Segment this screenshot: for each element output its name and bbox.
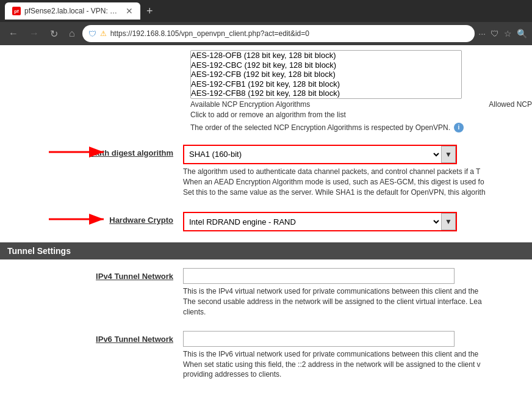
ipv4-tunnel-input[interactable] <box>183 268 455 284</box>
search-icon[interactable]: 🔍 <box>517 29 527 38</box>
ncp-algorithm-list[interactable]: AES-128-OFB (128 bit key, 128 bit block)… <box>190 50 462 99</box>
forward-button[interactable]: → <box>26 26 43 42</box>
star-icon[interactable]: ☆ <box>504 29 512 38</box>
more-button[interactable]: ··· <box>478 29 486 38</box>
ipv6-tunnel-help: This is the IPv6 virtual network used fo… <box>183 349 525 380</box>
ipv6-tunnel-control: This is the IPv6 virtual network used fo… <box>183 331 532 380</box>
available-ncp-label: Available NCP Encryption Algorithms <box>190 100 489 109</box>
click-hint-text: Click to add or remove an algorithm from… <box>190 111 346 119</box>
ipv4-tunnel-label: IPv4 Tunnel Network <box>0 268 183 281</box>
list-item[interactable]: AES-192-CFB8 (192 bit key, 128 bit block… <box>191 89 461 98</box>
auth-digest-dropdown-arrow[interactable]: ▼ <box>441 146 456 163</box>
auth-digest-help: The algorithm used to authenticate data … <box>183 167 525 197</box>
shield-icon: 🛡 <box>88 29 96 38</box>
back-button[interactable]: ← <box>5 26 22 42</box>
tab-favicon: pf <box>12 7 21 15</box>
ipv6-tunnel-label: IPv6 Tunnel Network <box>0 331 183 344</box>
list-item[interactable]: AES-192-CFB (192 bit key, 128 bit block) <box>191 70 461 79</box>
address-bar[interactable]: 🛡 ⚠ https://192.168.8.105/vpn_openvpn_cl… <box>82 25 475 42</box>
ipv6-tunnel-row: IPv6 Tunnel Network This is the IPv6 vir… <box>0 326 532 385</box>
auth-digest-select-box: SHA1 (160-bit) ▼ <box>183 145 457 164</box>
hardware-crypto-row: Hardware Crypto Intel RDRAND engine - RA… <box>0 207 532 236</box>
bookmark-shield-icon[interactable]: 🛡 <box>491 29 499 38</box>
list-item[interactable]: AES-192-CFB1 (192 bit key, 128 bit block… <box>191 79 461 89</box>
order-note-text: The order of the selected NCP Encryption… <box>190 123 450 132</box>
ipv4-tunnel-control: This is the IPv4 virtual network used fo… <box>183 268 532 317</box>
ipv4-tunnel-row: IPv4 Tunnel Network This is the IPv4 vir… <box>0 263 532 322</box>
address-text: https://192.168.8.105/vpn_openvpn_client… <box>110 29 469 38</box>
list-item[interactable]: AES-192-CBC (192 bit key, 128 bit block) <box>191 60 461 70</box>
auth-digest-row: Auth digest algorithm SHA1 (160-bit) ▼ T… <box>0 140 532 202</box>
tab-close-icon[interactable]: ✕ <box>126 6 133 16</box>
browser-chrome: pf pfSense2.lab.local - VPN: Open ✕ + <box>0 0 532 22</box>
ncp-algorithm-list-wrap: AES-128-OFB (128 bit key, 128 bit block)… <box>190 50 532 99</box>
new-tab-button[interactable]: + <box>146 5 153 18</box>
allowed-ncp-label: Allowed NCP <box>489 100 532 109</box>
auth-digest-label: Auth digest algorithm <box>0 145 183 158</box>
list-item[interactable]: AES-128-OFB (128 bit key, 128 bit block) <box>191 51 461 60</box>
home-button[interactable]: ⌂ <box>65 26 79 42</box>
toolbar-icons: ··· 🛡 ☆ 🔍 <box>478 29 527 38</box>
auth-digest-select[interactable]: SHA1 (160-bit) <box>184 146 441 163</box>
ipv6-tunnel-input[interactable] <box>183 331 455 347</box>
tunnel-settings-header: Tunnel Settings <box>0 242 532 259</box>
hardware-crypto-select[interactable]: Intel RDRAND engine - RAND <box>184 213 441 230</box>
hardware-crypto-control: Intel RDRAND engine - RAND ▼ <box>183 212 532 231</box>
hardware-crypto-select-box: Intel RDRAND engine - RAND ▼ <box>183 212 457 231</box>
ipv4-tunnel-help: This is the IPv4 virtual network used fo… <box>183 286 525 317</box>
address-bar-row: ← → ↻ ⌂ 🛡 ⚠ https://192.168.8.105/vpn_op… <box>0 22 532 45</box>
tab-title: pfSense2.lab.local - VPN: Open <box>24 7 122 15</box>
hardware-crypto-label: Hardware Crypto <box>0 212 183 225</box>
browser-tab[interactable]: pf pfSense2.lab.local - VPN: Open ✕ <box>5 2 140 20</box>
page-content: AES-128-OFB (128 bit key, 128 bit block)… <box>0 45 532 406</box>
auth-digest-control: SHA1 (160-bit) ▼ The algorithm used to a… <box>183 145 532 197</box>
reload-button[interactable]: ↻ <box>46 26 62 42</box>
lock-icon: ⚠ <box>100 29 107 38</box>
info-icon: i <box>454 123 464 132</box>
hardware-crypto-dropdown-arrow[interactable]: ▼ <box>441 213 456 230</box>
